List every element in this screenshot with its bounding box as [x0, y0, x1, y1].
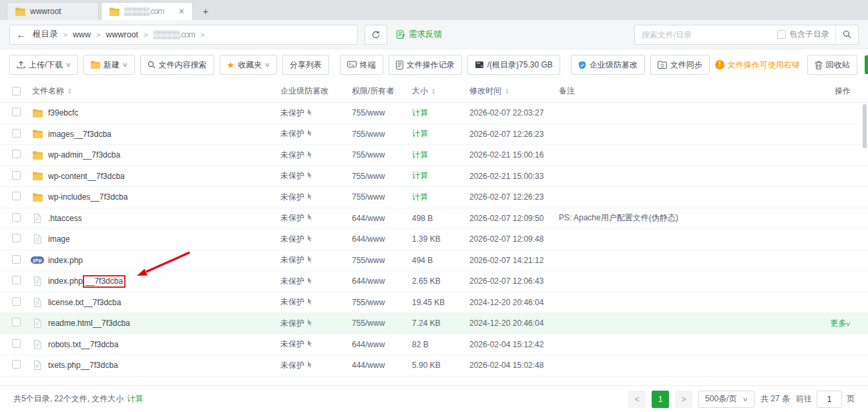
- recycle-bin-button[interactable]: 回收站: [807, 55, 857, 75]
- table-row[interactable]: wp-admin__7f3dcba未保护755/www计算2026-02-21 …: [0, 145, 868, 166]
- search-input[interactable]: [635, 30, 777, 39]
- back-button[interactable]: ←: [10, 25, 33, 44]
- file-name[interactable]: image: [48, 234, 70, 244]
- protect-status[interactable]: 未保护: [280, 234, 304, 244]
- protect-status[interactable]: 未保护: [280, 108, 304, 118]
- table-row[interactable]: wp-includes__7f3dcba未保护755/www计算2026-02-…: [0, 187, 868, 208]
- calc-total-size-link[interactable]: 计算: [127, 393, 143, 405]
- protect-status[interactable]: 未保护: [280, 319, 304, 328]
- feedback-link[interactable]: 需求反馈: [397, 29, 442, 40]
- row-checkbox[interactable]: [12, 255, 21, 264]
- protect-status[interactable]: 未保护: [280, 297, 304, 306]
- protect-status[interactable]: 未保护: [280, 361, 304, 370]
- file-log-button[interactable]: 文件操作记录: [389, 55, 462, 75]
- file-name[interactable]: .htaccess: [48, 214, 82, 223]
- file-name[interactable]: readme.html__7f3dcba: [48, 319, 130, 328]
- scrollbar-thumb[interactable]: [863, 104, 867, 148]
- protect-status[interactable]: 未保护: [280, 150, 304, 160]
- more-link[interactable]: 更多∨: [830, 319, 851, 328]
- row-checkbox[interactable]: [12, 360, 21, 369]
- content-search-button[interactable]: 文件内容搜索: [140, 55, 214, 75]
- file-name[interactable]: wp-content__7f3dcba: [48, 172, 125, 181]
- favorites-button[interactable]: ★ 收藏夹 ∨: [220, 55, 277, 75]
- calc-size-link[interactable]: 计算: [412, 108, 428, 118]
- select-all-checkbox[interactable]: [12, 87, 21, 95]
- sort-icon[interactable]: ▲▼: [431, 88, 435, 94]
- goto-page-input[interactable]: [817, 391, 842, 408]
- row-checkbox[interactable]: [12, 129, 21, 138]
- breadcrumb-item-wwwroot[interactable]: wwwroot: [105, 30, 138, 39]
- row-checkbox[interactable]: [12, 276, 21, 284]
- calc-size-link[interactable]: 计算: [412, 171, 428, 180]
- table-row[interactable]: f39ebcfc未保护755/www计算2026-02-07 22:03:27: [0, 103, 868, 124]
- file-name[interactable]: index.php: [48, 256, 83, 265]
- file-name[interactable]: wp-admin__7f3dcba: [48, 150, 120, 160]
- sort-icon[interactable]: ▲▼: [67, 88, 71, 94]
- row-checkbox[interactable]: [12, 150, 21, 158]
- table-row[interactable]: robots.txt__7f3dcba未保护644/www82 B2026-02…: [0, 335, 868, 356]
- row-checkbox[interactable]: [12, 339, 21, 348]
- breadcrumb-item-site[interactable]: ▒▒▒▒▒.com: [154, 30, 195, 39]
- calc-size-link[interactable]: 计算: [412, 192, 428, 202]
- table-row[interactable]: license.txt__7f3dcba未保护755/www19.45 KB20…: [0, 292, 868, 314]
- protect-status[interactable]: 未保护: [280, 276, 304, 286]
- file-name[interactable]: images__7f3dcba: [48, 130, 112, 139]
- prev-page-button[interactable]: <: [628, 391, 646, 408]
- list-view-button[interactable]: [865, 55, 868, 74]
- calc-size-link[interactable]: 计算: [412, 129, 428, 138]
- file-name[interactable]: txets.php__7f3dcba: [48, 361, 118, 370]
- table-row[interactable]: image未保护644/www1.39 KB2026-02-07 12:09:4…: [0, 229, 868, 250]
- close-icon[interactable]: ×: [179, 7, 184, 16]
- protect-status[interactable]: 未保护: [280, 129, 304, 138]
- calc-size-link[interactable]: 计算: [412, 150, 428, 160]
- breadcrumb-item-www[interactable]: www: [73, 30, 91, 39]
- tamper-protect-button[interactable]: 企业级防篡改: [571, 55, 645, 75]
- tab-site[interactable]: ▒▒▒▒▒.com ×: [101, 2, 193, 20]
- table-row[interactable]: txets.php__7f3dcba未保护444/www5.90 KB2026-…: [0, 355, 868, 377]
- include-subdir-checkbox[interactable]: 包含子目录: [777, 29, 835, 40]
- search-button[interactable]: [835, 25, 858, 44]
- vertical-scrollbar[interactable]: [863, 104, 867, 377]
- file-name[interactable]: f39ebcfc: [48, 108, 78, 118]
- row-checkbox[interactable]: [12, 297, 21, 306]
- protect-status[interactable]: 未保护: [280, 171, 304, 180]
- checkbox-icon[interactable]: [777, 30, 786, 39]
- terminal-button[interactable]: 终端: [340, 55, 383, 75]
- new-button[interactable]: 新建 ∨: [83, 55, 135, 75]
- header-size[interactable]: 大小 ▲▼: [412, 85, 469, 97]
- protect-status[interactable]: 未保护: [280, 255, 304, 264]
- upload-download-button[interactable]: 上传/下载 ∨: [9, 55, 78, 75]
- row-checkbox[interactable]: [12, 318, 21, 327]
- new-tab-button[interactable]: +: [198, 3, 214, 19]
- page-1-button[interactable]: 1: [652, 391, 669, 408]
- page-size-select[interactable]: 500条/页 ∨: [698, 391, 754, 408]
- disk-button[interactable]: /(根目录)75.30 GB: [467, 55, 560, 75]
- row-checkbox[interactable]: [12, 108, 21, 116]
- protect-status[interactable]: 未保护: [280, 339, 304, 349]
- breadcrumb-item-root[interactable]: 根目录: [33, 29, 58, 40]
- refresh-button[interactable]: [365, 25, 387, 45]
- row-checkbox[interactable]: [12, 213, 21, 222]
- tab-wwwroot[interactable]: wwwroot: [7, 2, 99, 20]
- file-sync-button[interactable]: 文件同步: [650, 55, 710, 75]
- row-checkbox[interactable]: [12, 192, 21, 200]
- protect-status[interactable]: 未保护: [280, 213, 304, 222]
- header-modified-time[interactable]: 修改时间 ▲▼: [469, 85, 559, 97]
- table-row[interactable]: readme.html__7f3dcba未保护755/www7.24 KB202…: [0, 313, 868, 335]
- protect-status[interactable]: 未保护: [280, 192, 304, 202]
- file-name[interactable]: wp-includes__7f3dcba: [48, 192, 128, 202]
- table-row[interactable]: phpindex.php未保护755/www494 B2026-02-07 14…: [0, 250, 868, 272]
- sort-icon[interactable]: ▲▼: [505, 88, 509, 94]
- table-row[interactable]: images__7f3dcba未保护755/www计算2026-02-07 12…: [0, 124, 868, 146]
- table-row[interactable]: .htaccess未保护644/www498 B2026-02-07 12:09…: [0, 208, 868, 230]
- file-name[interactable]: index.php__7f3dcba: [48, 275, 126, 288]
- table-row[interactable]: wp-content__7f3dcba未保护755/www计算2026-02-2…: [0, 166, 868, 188]
- row-checkbox[interactable]: [12, 234, 21, 242]
- share-list-button[interactable]: 分享列表: [282, 55, 329, 75]
- file-name[interactable]: license.txt__7f3dcba: [48, 298, 121, 307]
- row-checkbox[interactable]: [12, 171, 21, 180]
- header-file-name[interactable]: 文件名称 ▲▼: [32, 85, 280, 97]
- table-row[interactable]: index.php__7f3dcba未保护644/www2.65 KB2026-…: [0, 271, 868, 292]
- next-page-button[interactable]: >: [675, 391, 692, 408]
- file-name[interactable]: robots.txt__7f3dcba: [48, 340, 118, 349]
